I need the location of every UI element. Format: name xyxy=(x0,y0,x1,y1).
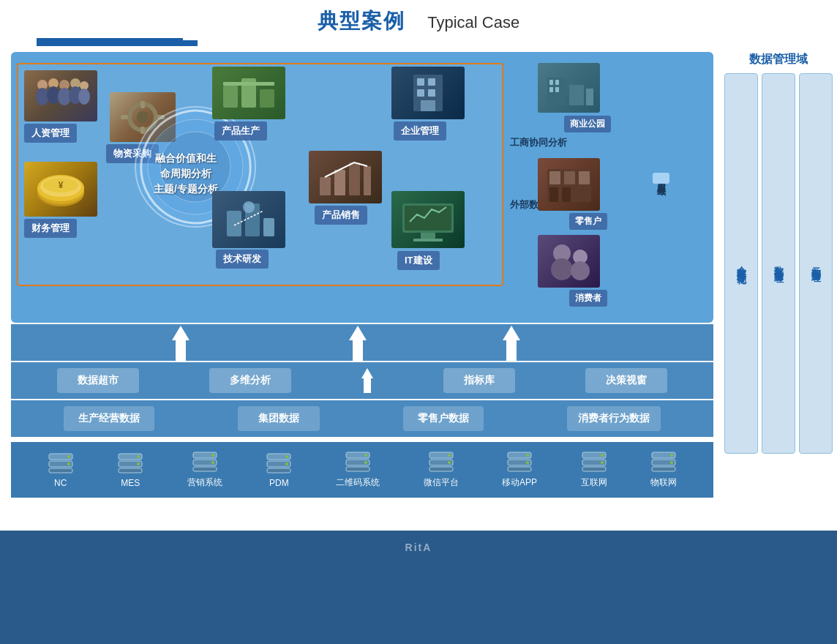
svg-rect-42 xyxy=(349,162,360,195)
group-data: 集团数据 xyxy=(238,406,320,431)
svg-point-96 xyxy=(526,454,529,457)
finance-label: 财务管理 xyxy=(24,219,77,238)
industrial-analysis-label: 工商协同分析 xyxy=(510,136,567,149)
svg-rect-57 xyxy=(564,171,575,184)
svg-point-91 xyxy=(448,454,451,457)
svg-rect-79 xyxy=(193,467,217,471)
svg-point-83 xyxy=(285,463,288,465)
svg-rect-29 xyxy=(227,211,241,236)
production-ops-data: 生产经营数据 xyxy=(64,406,154,431)
arrow-2 xyxy=(349,326,367,361)
svg-rect-45 xyxy=(405,206,451,231)
svg-rect-38 xyxy=(428,89,435,97)
system-qrcode: 二维码系统 xyxy=(336,451,380,489)
indicator-library: 指标库 xyxy=(443,368,515,393)
pdm-label: PDM xyxy=(269,478,289,488)
footer-text: RitA xyxy=(0,531,837,564)
svg-point-73 xyxy=(137,463,140,465)
svg-point-86 xyxy=(364,454,367,457)
consumer-behavior-data: 消费者行为数据 xyxy=(567,406,661,431)
photo-retailer xyxy=(538,158,600,211)
svg-point-98 xyxy=(526,461,529,464)
photo-hr xyxy=(24,70,97,121)
system-pdm: PDM xyxy=(266,452,292,488)
system-mes: MES xyxy=(117,452,143,488)
photo-consumer xyxy=(538,235,600,288)
svg-rect-50 xyxy=(586,89,593,105)
svg-rect-52 xyxy=(555,80,559,85)
svg-rect-14 xyxy=(121,115,128,119)
svg-rect-59 xyxy=(549,187,558,202)
page-header: 典型案例 Typical Case xyxy=(0,0,837,39)
svg-rect-39 xyxy=(421,100,435,111)
svg-rect-41 xyxy=(334,170,345,195)
data-supermarket: 数据超市 xyxy=(57,368,139,393)
svg-point-101 xyxy=(601,454,604,457)
svg-rect-49 xyxy=(569,85,584,105)
photo-finance: ¥ xyxy=(24,162,97,217)
svg-rect-69 xyxy=(49,468,72,473)
data-tools-row: 数据超市 多维分析 指标库 决策视窗 xyxy=(11,362,713,399)
mes-label: MES xyxy=(121,478,140,488)
svg-point-9 xyxy=(78,89,90,105)
main-layout: 人资管理 物资采购 xyxy=(0,52,837,498)
data-sources-row: 生产经营数据 集团数据 零售户数据 消费者行为数据 xyxy=(11,400,713,437)
photo-product-sales xyxy=(309,151,382,203)
svg-text:¥: ¥ xyxy=(59,180,64,190)
enterprise-mgmt-label: 企业管理 xyxy=(394,121,446,141)
svg-point-93 xyxy=(448,461,451,464)
svg-point-103 xyxy=(601,461,604,464)
svg-point-71 xyxy=(137,455,140,458)
data-management-domain: 数据管理域 企业数据标准化 数据质量管理 元数据管理 xyxy=(724,52,833,498)
svg-rect-109 xyxy=(652,467,675,471)
it-construction-label: IT建设 xyxy=(397,251,440,270)
photo-enterprise xyxy=(391,67,465,119)
header-underline xyxy=(37,38,183,42)
consumer-label: 消费者 xyxy=(569,290,607,307)
svg-rect-47 xyxy=(413,239,443,242)
tech-rd-label: 技术研发 xyxy=(216,250,269,269)
meta-data-col: 元数据管理 xyxy=(799,73,833,454)
hr-label: 人资管理 xyxy=(24,124,77,143)
system-marketing: 营销系统 xyxy=(187,451,222,489)
svg-rect-31 xyxy=(263,218,274,236)
svg-point-66 xyxy=(67,455,70,458)
top-blue-section: 人资管理 物资采购 xyxy=(11,52,713,323)
app-service-domain: 应用服务域 xyxy=(653,173,669,184)
title-cn: 典型案例 xyxy=(318,10,405,32)
arrow-1 xyxy=(172,326,189,361)
svg-rect-74 xyxy=(119,468,142,473)
svg-point-81 xyxy=(285,455,288,458)
svg-rect-89 xyxy=(346,467,369,471)
svg-point-62 xyxy=(551,258,573,280)
system-nc: NC xyxy=(48,452,74,488)
small-arrow-up xyxy=(361,368,373,393)
photo-it-construction xyxy=(391,191,465,248)
svg-point-78 xyxy=(211,461,214,464)
multi-dim-analysis: 多维分析 xyxy=(209,368,291,393)
enterprise-std-col: 企业数据标准化 xyxy=(724,73,758,454)
svg-rect-94 xyxy=(429,467,453,471)
svg-rect-36 xyxy=(428,78,435,86)
marketing-label: 营销系统 xyxy=(187,476,222,489)
wechat-label: 微信平台 xyxy=(424,476,459,489)
photo-commercial-park xyxy=(538,63,600,113)
product-sales-label: 产品销售 xyxy=(315,206,367,225)
svg-rect-25 xyxy=(223,86,238,108)
domain-columns-container: 企业数据标准化 数据质量管理 元数据管理 xyxy=(724,73,833,454)
arrows-row xyxy=(11,324,713,361)
svg-rect-28 xyxy=(223,82,274,86)
retailer-label: 零售户 xyxy=(569,213,607,230)
svg-rect-56 xyxy=(549,171,560,184)
svg-rect-104 xyxy=(582,467,606,471)
decision-window: 决策视窗 xyxy=(585,368,667,393)
system-wechat: 微信平台 xyxy=(424,451,459,489)
system-mobile-app: 移动APP xyxy=(502,451,537,489)
svg-rect-35 xyxy=(417,78,424,86)
svg-rect-54 xyxy=(555,87,559,92)
iot-label: 物联网 xyxy=(650,476,677,489)
svg-point-32 xyxy=(243,201,255,213)
svg-rect-40 xyxy=(320,177,331,195)
photo-tech-rd xyxy=(212,191,285,248)
svg-rect-60 xyxy=(562,187,571,202)
